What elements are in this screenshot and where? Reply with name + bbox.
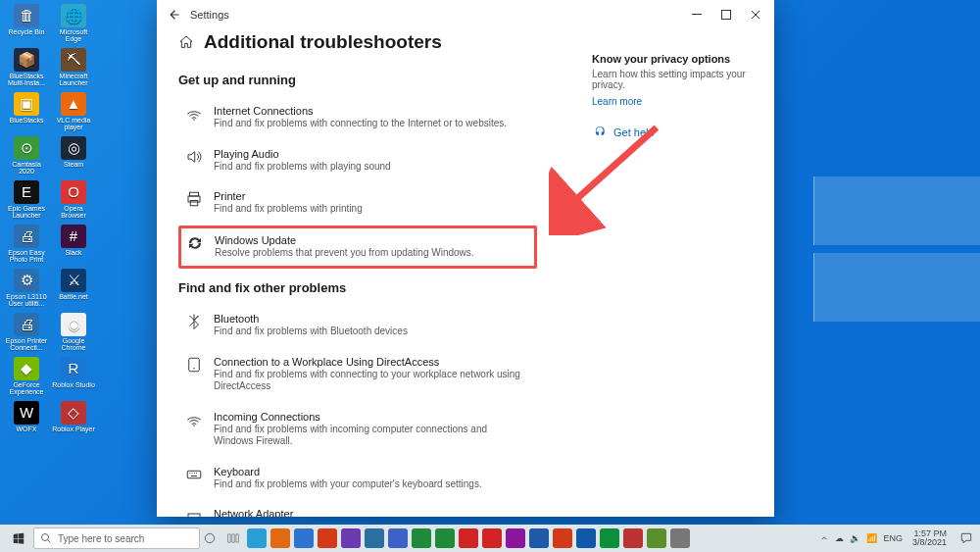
section-title-1: Get up and running xyxy=(178,73,531,87)
taskbar-app[interactable] xyxy=(341,528,361,548)
taskbar-app[interactable] xyxy=(412,528,431,548)
start-button[interactable] xyxy=(4,525,33,552)
troubleshooter-item[interactable]: Connection to a Workplace Using DirectAc… xyxy=(178,348,531,403)
help-icon xyxy=(592,125,608,140)
home-icon[interactable] xyxy=(178,34,194,50)
learn-more-link[interactable]: Learn more xyxy=(592,96,759,107)
troubleshooter-item[interactable]: Network Adapter Find and fix problems wi… xyxy=(178,500,531,517)
maximize-icon xyxy=(721,10,731,20)
troubleshooter-text: Windows Update Resolve problems that pre… xyxy=(215,234,474,260)
language-indicator[interactable]: ENG xyxy=(883,533,903,543)
troubleshooter-item[interactable]: Windows Update Resolve problems that pre… xyxy=(178,226,537,270)
taskbar-app[interactable] xyxy=(365,528,384,548)
minimize-button[interactable] xyxy=(682,0,711,29)
troubleshooter-desc: Resolve problems that prevent you from u… xyxy=(215,247,474,260)
troubleshooter-item[interactable]: Bluetooth Find and fix problems with Blu… xyxy=(178,305,531,348)
taskbar-app[interactable] xyxy=(223,528,243,548)
back-button[interactable] xyxy=(161,1,188,28)
desktop-icon[interactable]: EEpic Games Launcher xyxy=(4,180,49,224)
svg-point-2 xyxy=(193,119,195,121)
desktop-icon[interactable]: ▣BlueStacks xyxy=(4,92,49,135)
desktop-icon[interactable]: ⊙Camtasia 2020 xyxy=(4,136,49,179)
desktop-icon-glyph: R xyxy=(61,357,86,380)
troubleshooter-desc: Find and fix problems with playing sound xyxy=(214,161,391,174)
troubleshooter-title: Bluetooth xyxy=(214,313,408,325)
troubleshooter-item[interactable]: Incoming Connections Find and fix proble… xyxy=(178,403,531,458)
troubleshooter-title: Windows Update xyxy=(215,234,474,246)
taskbar-search[interactable]: Type here to search xyxy=(33,527,200,549)
taskbar-app[interactable] xyxy=(600,528,619,548)
cloud-icon[interactable]: ☁ xyxy=(835,533,844,543)
desktop-icon[interactable]: ◎Steam xyxy=(51,136,96,179)
notification-icon xyxy=(959,531,973,545)
desktop-icon-label: Slack xyxy=(65,249,81,256)
desktop-icon-glyph: 🖨 xyxy=(14,225,39,248)
window-body: Additional troubleshooters Get up and ru… xyxy=(157,29,774,517)
svg-line-16 xyxy=(48,540,51,543)
desktop-icon[interactable]: ⛏Minecraft Launcher xyxy=(51,48,96,91)
troubleshooter-text: Bluetooth Find and fix problems with Blu… xyxy=(214,313,408,338)
desktop-icon[interactable]: OOpera Browser xyxy=(51,180,96,224)
taskbar-app[interactable] xyxy=(647,528,666,548)
svg-rect-10 xyxy=(188,514,200,517)
troubleshooter-title: Connection to a Workplace Using DirectAc… xyxy=(214,356,525,368)
troubleshooter-item[interactable]: Printer Find and fix problems with print… xyxy=(178,182,531,226)
desktop-icon[interactable]: 📦BlueStacks Multi-Insta... xyxy=(4,48,49,91)
desktop-icon[interactable]: 🖨Epson Easy Photo Print xyxy=(4,225,49,268)
taskbar-app[interactable] xyxy=(200,528,220,548)
troubleshooter-item[interactable]: Playing Audio Find and fix problems with… xyxy=(178,140,531,183)
desktop-icon-label: GeForce Experience xyxy=(4,381,49,396)
taskbar-app[interactable] xyxy=(623,528,643,548)
troubleshooter-text: Playing Audio Find and fix problems with… xyxy=(214,148,391,174)
taskbar-clock[interactable]: 1:57 PM 3/8/2021 xyxy=(908,529,951,548)
troubleshooter-item[interactable]: Keyboard Find and fix problems with your… xyxy=(178,458,531,501)
desktop-icon[interactable]: ⚔Battle.net xyxy=(51,269,96,312)
taskbar-app[interactable] xyxy=(459,528,478,548)
wifi-icon[interactable]: 📶 xyxy=(866,533,877,543)
desktop-icon[interactable]: 🌐Microsoft Edge xyxy=(51,4,96,47)
volume-icon[interactable]: 🔉 xyxy=(850,533,860,543)
desktop-icon-label: Camtasia 2020 xyxy=(4,161,49,176)
desktop-icon[interactable]: ◇Roblox Player xyxy=(51,401,96,444)
side-panel: Know your privacy options Learn how this… xyxy=(592,29,759,517)
taskbar-app[interactable] xyxy=(670,528,690,548)
taskbar-app[interactable] xyxy=(576,528,596,548)
troubleshooter-title: Playing Audio xyxy=(214,148,391,160)
desktop-icon[interactable]: ▲VLC media player xyxy=(51,92,96,135)
close-button[interactable] xyxy=(741,0,770,29)
taskbar-app[interactable] xyxy=(529,528,549,548)
svg-rect-5 xyxy=(190,201,198,206)
desktop-icon[interactable]: WWOFX xyxy=(4,401,49,444)
taskbar-app[interactable] xyxy=(506,528,525,548)
desktop-icon[interactable]: ◉Google Chrome xyxy=(51,313,96,356)
desktop-icon[interactable]: ◆GeForce Experience xyxy=(4,357,49,400)
taskbar-app[interactable] xyxy=(482,528,502,548)
action-center-button[interactable] xyxy=(956,525,976,552)
maximize-button[interactable] xyxy=(711,0,741,29)
svg-rect-18 xyxy=(228,534,230,542)
desktop-icon[interactable]: 🖨Epson Printer Connecti... xyxy=(4,313,49,356)
taskbar-app[interactable] xyxy=(435,528,455,548)
taskbar-app[interactable] xyxy=(247,528,267,548)
taskbar-app[interactable] xyxy=(553,528,572,548)
desktop-icon[interactable]: 🗑Recycle Bin xyxy=(4,4,49,47)
taskbar-app[interactable] xyxy=(294,528,314,548)
desktop-icon[interactable]: RRoblox Studio xyxy=(51,357,96,400)
troubleshooter-title: Network Adapter xyxy=(214,508,490,517)
section-title-2: Find and fix other problems xyxy=(178,280,531,295)
tray-chevron-icon[interactable] xyxy=(819,533,829,543)
get-help-link[interactable]: Get help xyxy=(592,125,759,140)
taskbar-app[interactable] xyxy=(270,528,290,548)
desktop-icon-label: BlueStacks Multi-Insta... xyxy=(4,73,49,87)
troubleshooter-icon xyxy=(184,411,204,430)
troubleshooter-text: Printer Find and fix problems with print… xyxy=(214,190,363,216)
taskbar-app[interactable] xyxy=(318,528,337,548)
troubleshooter-text: Connection to a Workplace Using DirectAc… xyxy=(214,356,525,393)
taskbar-app[interactable] xyxy=(388,528,408,548)
page-title: Additional troubleshooters xyxy=(204,31,442,53)
desktop-icon[interactable]: ⚙Epson L3110 User utiliti... xyxy=(4,269,49,312)
troubleshooter-icon xyxy=(184,148,204,168)
troubleshooter-title: Incoming Connections xyxy=(214,411,525,423)
troubleshooter-item[interactable]: Internet Connections Find and fix proble… xyxy=(178,97,531,140)
desktop-icon[interactable]: #Slack xyxy=(51,225,96,268)
